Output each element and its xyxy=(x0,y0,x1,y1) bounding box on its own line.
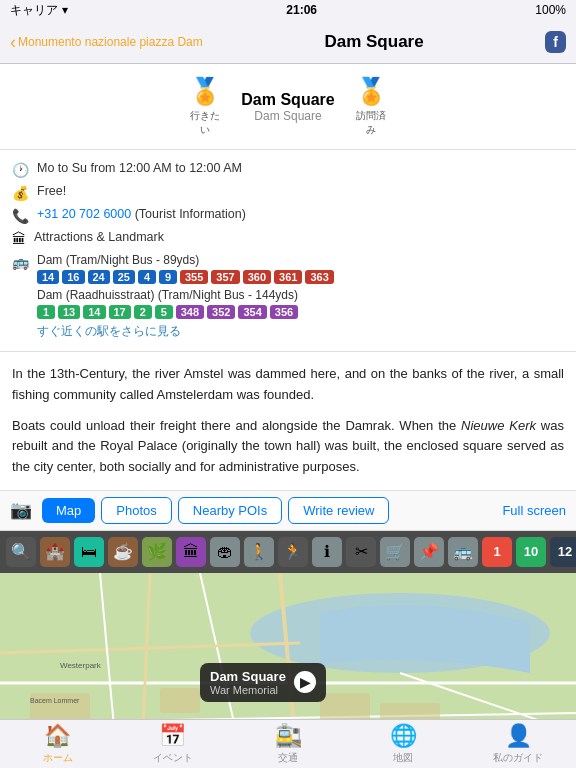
badge-9: 9 xyxy=(159,270,177,284)
back-button[interactable]: ‹ Monumento nazionale piazza Dam xyxy=(10,33,203,51)
shop-tool-icon[interactable]: 🛒 xyxy=(380,537,410,567)
badge-361: 361 xyxy=(274,270,302,284)
phone-text: +31 20 702 6000 (Tourist Information) xyxy=(37,207,246,221)
main-content: 🏅 行きた い Dam Square Dam Square 🏅 訪問済 み 🕐 … xyxy=(0,64,576,719)
tab-myguide-label: 私のガイド xyxy=(493,751,543,765)
svg-rect-14 xyxy=(160,688,200,713)
price-text: Free! xyxy=(37,184,66,198)
status-time: 21:06 xyxy=(286,3,317,17)
hotel-tool-icon[interactable]: 🛏 xyxy=(74,537,104,567)
price-row: 💰 Free! xyxy=(12,181,564,204)
phone-icon: 📞 xyxy=(12,208,29,224)
tram1-label: Dam (Tram/Night Bus - 89yds) xyxy=(37,253,334,267)
cafe-tool-icon[interactable]: ☕ xyxy=(108,537,138,567)
want-to-visit-button[interactable]: 🏅 行きた い xyxy=(189,76,221,137)
tab-home[interactable]: 🏠 ホーム xyxy=(0,723,115,765)
place-title-block: Dam Square Dam Square xyxy=(241,91,334,123)
status-left: キャリア ▾ xyxy=(10,2,68,19)
place-subtitle: Dam Square xyxy=(241,109,334,123)
description-section: In the 13th-Century, the river Amstel wa… xyxy=(0,352,576,491)
transport-icon: 🚉 xyxy=(275,723,302,749)
want-coin-icon: 🏅 xyxy=(189,76,221,107)
svg-text:Westerpark: Westerpark xyxy=(60,661,102,670)
popup-subtitle: War Memorial xyxy=(210,684,286,696)
hours-row: 🕐 Mo to Su from 12:00 AM to 12:00 AM xyxy=(12,158,564,181)
nature-tool-icon[interactable]: 🌿 xyxy=(142,537,172,567)
tab-map[interactable]: Map xyxy=(42,498,95,523)
info-tool-icon[interactable]: ℹ xyxy=(312,537,342,567)
run-tool-icon[interactable]: 🏃 xyxy=(278,537,308,567)
tram-row: 🚌 Dam (Tram/Night Bus - 89yds) 14 16 24 … xyxy=(12,250,564,343)
badge-1: 1 xyxy=(37,305,55,319)
nav-bar: ‹ Monumento nazionale piazza Dam Dam Squ… xyxy=(0,20,576,64)
visited-label: 訪問済 み xyxy=(356,109,386,137)
badge-25: 25 xyxy=(113,270,135,284)
search-tool-icon[interactable]: 🔍 xyxy=(6,537,36,567)
badge-354: 354 xyxy=(238,305,266,319)
events-icon: 📅 xyxy=(159,723,186,749)
category-text: Attractions & Landmark xyxy=(34,230,164,244)
wifi-icon: ▾ xyxy=(62,3,68,17)
tab-events-label: イベント xyxy=(153,751,193,765)
badge-5: 5 xyxy=(155,305,173,319)
home-icon: 🏠 xyxy=(44,723,71,749)
walk-tool-icon[interactable]: 🚶 xyxy=(244,537,274,567)
visited-coin-icon: 🏅 xyxy=(355,76,387,107)
icon-toolbar: 🔍 🏰 🛏 ☕ 🌿 🏛 🏟 🚶 🏃 ℹ ✂ 🛒 📌 🚌 1 10 12 13 xyxy=(0,531,576,573)
hours-text: Mo to Su from 12:00 AM to 12:00 AM xyxy=(37,161,242,175)
status-bar: キャリア ▾ 21:06 100% xyxy=(0,0,576,20)
badge-355: 355 xyxy=(180,270,208,284)
badge-360: 360 xyxy=(243,270,271,284)
bottom-tab-bar: 🏠 ホーム 📅 イベント 🚉 交通 🌐 地図 👤 私のガイド xyxy=(0,719,576,768)
landmark-tool-icon[interactable]: 🏰 xyxy=(40,537,70,567)
clock-icon: 🕐 xyxy=(12,162,29,178)
pin-tool-icon[interactable]: 📌 xyxy=(414,537,444,567)
price-icon: 💰 xyxy=(12,185,29,201)
stadium-tool-icon[interactable]: 🏟 xyxy=(210,537,240,567)
number10-tool[interactable]: 10 xyxy=(516,537,546,567)
number12-tool[interactable]: 12 xyxy=(550,537,576,567)
badge-16: 16 xyxy=(62,270,84,284)
tab-nearby-pois[interactable]: Nearby POIs xyxy=(178,497,282,524)
food-tool-icon[interactable]: ✂ xyxy=(346,537,376,567)
badge-356: 356 xyxy=(270,305,298,319)
badge-357: 357 xyxy=(211,270,239,284)
tab-my-guide[interactable]: 👤 私のガイド xyxy=(461,723,576,765)
full-screen-button[interactable]: Full screen xyxy=(502,503,566,518)
tab-transport[interactable]: 🚉 交通 xyxy=(230,723,345,765)
tab-transport-label: 交通 xyxy=(278,751,298,765)
tab-events[interactable]: 📅 イベント xyxy=(115,723,230,765)
place-name: Dam Square xyxy=(241,91,334,109)
tab-write-review[interactable]: Write review xyxy=(288,497,389,524)
tab-map[interactable]: 🌐 地図 xyxy=(346,723,461,765)
popup-arrow-button[interactable]: ▶ xyxy=(294,671,316,693)
badge-13: 13 xyxy=(58,305,80,319)
place-header: 🏅 行きた い Dam Square Dam Square 🏅 訪問済 み xyxy=(0,64,576,150)
tram-icon: 🚌 xyxy=(12,254,29,270)
description-para1: In the 13th-Century, the river Amstel wa… xyxy=(12,364,564,406)
phone-row[interactable]: 📞 +31 20 702 6000 (Tourist Information) xyxy=(12,204,564,227)
museum-tool-icon[interactable]: 🏛 xyxy=(176,537,206,567)
visited-button[interactable]: 🏅 訪問済 み xyxy=(355,76,387,137)
svg-rect-16 xyxy=(380,703,440,719)
number1-tool[interactable]: 1 xyxy=(482,537,512,567)
back-label[interactable]: Monumento nazionale piazza Dam xyxy=(18,35,203,49)
badge-363: 363 xyxy=(305,270,333,284)
badge-348: 348 xyxy=(176,305,204,319)
popup-text: Dam Square War Memorial xyxy=(210,669,286,696)
tab-photos[interactable]: Photos xyxy=(101,497,171,524)
bus-tool-icon[interactable]: 🚌 xyxy=(448,537,478,567)
tram-section: Dam (Tram/Night Bus - 89yds) 14 16 24 25… xyxy=(37,253,334,340)
popup-title: Dam Square xyxy=(210,669,286,684)
map-popup[interactable]: Dam Square War Memorial ▶ xyxy=(200,663,326,702)
tab-home-label: ホーム xyxy=(43,751,73,765)
map-area[interactable]: Amsterdam Westerpark Bacem Lommer Oud We… xyxy=(0,573,576,719)
camera-icon: 📷 xyxy=(10,499,32,521)
phone-link[interactable]: +31 20 702 6000 xyxy=(37,207,131,221)
nearby-stations-link[interactable]: すぐ近くの駅をさらに見る xyxy=(37,323,334,340)
badge-24: 24 xyxy=(88,270,110,284)
tram2-label: Dam (Raadhuisstraat) (Tram/Night Bus - 1… xyxy=(37,288,334,302)
view-tabs-bar: 📷 Map Photos Nearby POIs Write review Fu… xyxy=(0,491,576,531)
facebook-button[interactable]: f xyxy=(545,31,566,53)
tram2-badges: 1 13 14 17 2 5 348 352 354 356 xyxy=(37,305,334,319)
